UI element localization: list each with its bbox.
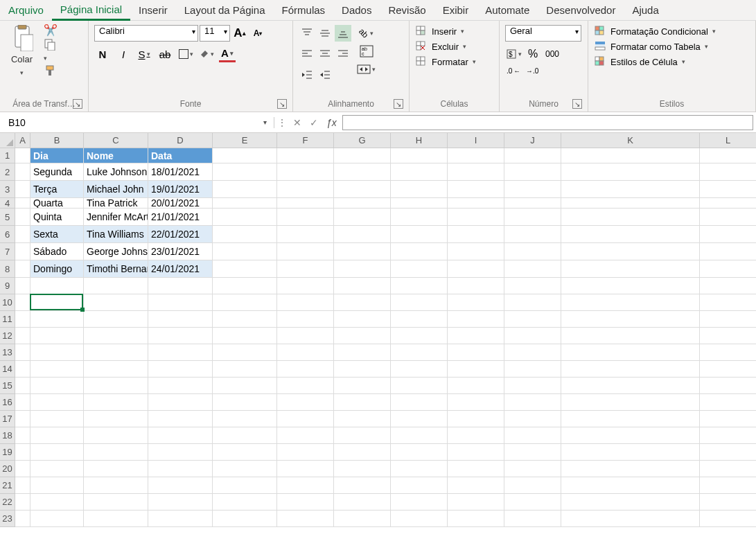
cell-I5[interactable] xyxy=(448,209,504,226)
cell-B22[interactable] xyxy=(30,494,84,511)
cell-E9[interactable] xyxy=(213,278,277,294)
row-header-11[interactable]: 11 xyxy=(0,311,15,328)
cell-J2[interactable] xyxy=(504,163,561,181)
cell-L16[interactable] xyxy=(700,394,756,411)
cell-G6[interactable] xyxy=(334,226,391,243)
cell-C5[interactable]: Jennifer McArthur xyxy=(84,209,148,226)
format-cells-button[interactable]: Formatar▾ xyxy=(415,55,476,68)
cell-I13[interactable] xyxy=(448,344,504,361)
orientation-button[interactable]: ab xyxy=(357,25,376,42)
cell-A1[interactable] xyxy=(15,148,30,163)
row-header-1[interactable]: 1 xyxy=(0,148,15,163)
col-header-D[interactable]: D xyxy=(148,133,213,148)
cell-E16[interactable] xyxy=(213,394,277,411)
cell-B12[interactable] xyxy=(30,328,84,344)
cell-H5[interactable] xyxy=(391,209,448,226)
font-dialog-launcher[interactable]: ↘ xyxy=(277,99,287,109)
cell-B6[interactable]: Sexta xyxy=(30,226,84,243)
cell-C13[interactable] xyxy=(84,344,148,361)
cell-A4[interactable] xyxy=(15,198,30,209)
cell-B8[interactable]: Domingo xyxy=(30,260,84,278)
cell-H17[interactable] xyxy=(391,411,448,427)
cell-A18[interactable] xyxy=(15,427,30,444)
cell-K4[interactable] xyxy=(561,198,700,209)
cell-D11[interactable] xyxy=(148,311,213,328)
cell-F16[interactable] xyxy=(277,394,334,411)
cell-E5[interactable] xyxy=(213,209,277,226)
cell-K14[interactable] xyxy=(561,361,700,378)
cell-D23[interactable] xyxy=(148,511,213,527)
cell-L19[interactable] xyxy=(700,444,756,461)
cell-E22[interactable] xyxy=(213,494,277,511)
cell-A6[interactable] xyxy=(15,226,30,243)
cell-I20[interactable] xyxy=(448,461,504,477)
cell-A16[interactable] xyxy=(15,394,30,411)
align-center-button[interactable] xyxy=(317,46,333,62)
row-header-23[interactable]: 23 xyxy=(0,511,15,527)
underline-button[interactable]: S xyxy=(136,46,152,62)
indent-decrease-button[interactable] xyxy=(299,66,315,83)
cell-J13[interactable] xyxy=(504,344,561,361)
cell-L21[interactable] xyxy=(700,477,756,494)
cell-I19[interactable] xyxy=(448,444,504,461)
cell-C7[interactable]: George Johnson xyxy=(84,243,148,260)
col-header-K[interactable]: K xyxy=(561,133,700,148)
cell-D1[interactable]: Data xyxy=(148,148,213,163)
cell-K22[interactable] xyxy=(561,494,700,511)
cell-E1[interactable] xyxy=(213,148,277,163)
borders-button[interactable] xyxy=(177,46,194,62)
cell-J22[interactable] xyxy=(504,494,561,511)
cell-G17[interactable] xyxy=(334,411,391,427)
row-header-9[interactable]: 9 xyxy=(0,278,15,294)
number-dialog-launcher[interactable]: ↘ xyxy=(572,99,582,109)
bold-button[interactable]: N xyxy=(94,46,111,62)
cell-H18[interactable] xyxy=(391,427,448,444)
cell-C16[interactable] xyxy=(84,394,148,411)
cell-I23[interactable] xyxy=(448,511,504,527)
cell-F3[interactable] xyxy=(277,181,334,198)
cell-B16[interactable] xyxy=(30,394,84,411)
cell-D8[interactable]: 24/01/2021 xyxy=(148,260,213,278)
cell-K12[interactable] xyxy=(561,328,700,344)
cell-H22[interactable] xyxy=(391,494,448,511)
cell-C21[interactable] xyxy=(84,477,148,494)
cell-F6[interactable] xyxy=(277,226,334,243)
cell-J11[interactable] xyxy=(504,311,561,328)
cell-B7[interactable]: Sábado xyxy=(30,243,84,260)
cell-I1[interactable] xyxy=(448,148,504,163)
menu-item-inserir[interactable]: Inserir xyxy=(130,1,176,19)
cell-J7[interactable] xyxy=(504,243,561,260)
cell-K7[interactable] xyxy=(561,243,700,260)
row-header-10[interactable]: 10 xyxy=(0,294,15,311)
cell-E21[interactable] xyxy=(213,477,277,494)
cell-C22[interactable] xyxy=(84,494,148,511)
cell-K11[interactable] xyxy=(561,311,700,328)
row-header-19[interactable]: 19 xyxy=(0,444,15,461)
cell-D22[interactable] xyxy=(148,494,213,511)
cell-I21[interactable] xyxy=(448,477,504,494)
format-painter-button[interactable] xyxy=(44,64,67,77)
alignment-dialog-launcher[interactable]: ↘ xyxy=(394,99,403,109)
cell-A3[interactable] xyxy=(15,181,30,198)
cell-L18[interactable] xyxy=(700,427,756,444)
row-header-22[interactable]: 22 xyxy=(0,494,15,511)
cell-H7[interactable] xyxy=(391,243,448,260)
cell-K17[interactable] xyxy=(561,411,700,427)
cell-B21[interactable] xyxy=(30,477,84,494)
decrease-decimal-button[interactable]: →.0 xyxy=(525,62,541,79)
cell-K19[interactable] xyxy=(561,444,700,461)
cell-F4[interactable] xyxy=(277,198,334,209)
cell-E17[interactable] xyxy=(213,411,277,427)
cell-H2[interactable] xyxy=(391,163,448,181)
cancel-formula-button[interactable]: ✕ xyxy=(290,117,304,128)
cell-F2[interactable] xyxy=(277,163,334,181)
col-header-G[interactable]: G xyxy=(334,133,391,148)
insert-row-button[interactable]: Inserir▾ xyxy=(415,25,464,37)
increase-font-button[interactable]: A▴ xyxy=(231,25,248,42)
row-header-5[interactable]: 5 xyxy=(0,209,15,226)
row-headers[interactable]: 1234567891011121314151617181920212223 xyxy=(0,148,15,527)
cell-C23[interactable] xyxy=(84,511,148,527)
cell-D20[interactable] xyxy=(148,461,213,477)
cell-L11[interactable] xyxy=(700,311,756,328)
menu-item-dados[interactable]: Dados xyxy=(333,1,380,19)
